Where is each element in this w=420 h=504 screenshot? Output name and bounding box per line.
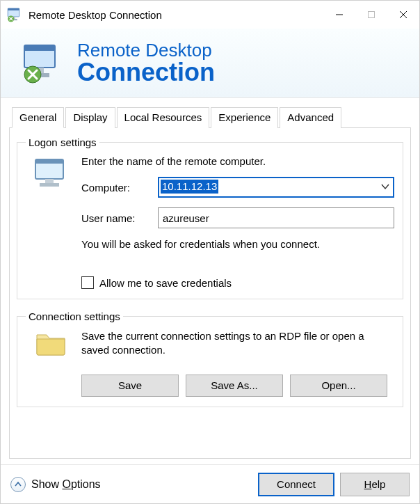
show-options-label: Show Options <box>31 478 101 491</box>
computer-icon <box>31 155 70 194</box>
window-title: Remote Desktop Connection <box>29 9 323 21</box>
app-window: Remote Desktop Connection Remote Desktop… <box>0 0 420 504</box>
show-options-toggle[interactable]: Show Options <box>10 477 101 492</box>
client-area: General Display Local Resources Experien… <box>1 98 419 464</box>
save-as-button[interactable]: Save As... <box>186 375 283 397</box>
banner-line2: Connection <box>77 60 215 85</box>
tab-experience[interactable]: Experience <box>211 107 278 128</box>
credentials-hint: You will be asked for credentials when y… <box>81 238 394 250</box>
svg-rect-1 <box>8 8 19 10</box>
help-button[interactable]: Help <box>340 473 410 496</box>
computer-row: Computer: 10.11.12.13 <box>81 177 394 198</box>
username-row: User name: <box>81 207 394 228</box>
header-banner: Remote Desktop Connection <box>1 29 419 98</box>
logon-legend: Logon settings <box>26 136 99 148</box>
folder-icon <box>34 329 67 357</box>
computer-combo[interactable]: 10.11.12.13 <box>158 177 394 198</box>
connect-button[interactable]: Connect <box>258 473 334 496</box>
svg-rect-10 <box>24 45 55 51</box>
checkbox-icon[interactable] <box>81 276 94 289</box>
logon-settings-group: Logon settings Enter the name of the rem… <box>17 136 403 299</box>
chevron-down-icon[interactable] <box>380 182 390 194</box>
save-button[interactable]: Save <box>81 375 179 397</box>
tab-advanced[interactable]: Advanced <box>280 107 341 128</box>
tab-display[interactable]: Display <box>65 107 115 128</box>
app-icon <box>6 6 23 23</box>
connection-buttons: Save Save As... Open... <box>81 375 394 397</box>
svg-rect-17 <box>40 183 59 187</box>
svg-rect-15 <box>35 159 63 164</box>
conn-icon-col <box>26 329 76 397</box>
connection-settings-group: Connection settings Save the current con… <box>17 310 403 407</box>
tab-general[interactable]: General <box>12 107 64 128</box>
tab-panel-general: Logon settings Enter the name of the rem… <box>9 127 411 459</box>
rdc-logo-icon <box>20 41 65 86</box>
footer-bar: Show Options Connect Help <box>1 464 419 503</box>
open-button[interactable]: Open... <box>290 375 387 397</box>
computer-label: Computer: <box>81 182 151 194</box>
username-input[interactable] <box>158 207 394 228</box>
tab-strip: General Display Local Resources Experien… <box>9 107 411 127</box>
banner-line1: Remote Desktop <box>77 41 215 60</box>
connection-legend: Connection settings <box>26 310 123 322</box>
svg-rect-16 <box>45 179 54 183</box>
computer-selected-text: 10.11.12.13 <box>161 180 218 194</box>
logon-icon-col <box>26 155 76 289</box>
maximize-button <box>355 1 387 29</box>
connection-text: Save the current connection settings to … <box>81 329 394 358</box>
banner-text: Remote Desktop Connection <box>77 41 215 85</box>
tab-local-resources[interactable]: Local Resources <box>117 107 210 128</box>
svg-rect-6 <box>369 12 375 18</box>
username-label: User name: <box>81 212 151 224</box>
logon-prompt: Enter the name of the remote computer. <box>81 155 394 167</box>
window-controls <box>323 1 419 29</box>
title-bar: Remote Desktop Connection <box>1 1 419 29</box>
close-button[interactable] <box>387 1 419 29</box>
save-credentials-checkbox[interactable]: Allow me to save credentials <box>81 276 394 289</box>
chevron-up-icon <box>10 477 26 492</box>
minimize-button[interactable] <box>323 1 355 29</box>
save-credentials-label: Allow me to save credentials <box>99 277 232 289</box>
